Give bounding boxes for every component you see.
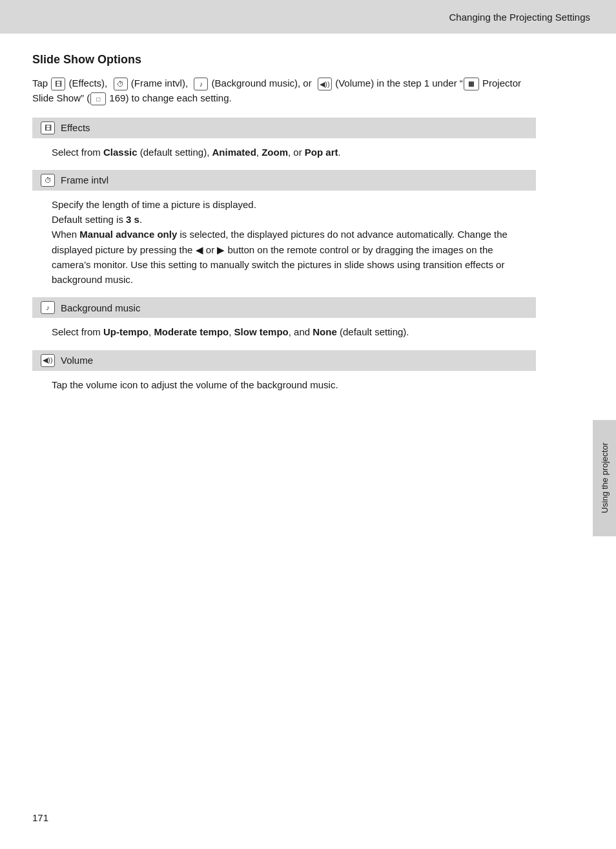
effects-row-header: 🎞 Effects bbox=[32, 118, 536, 138]
frame-intvl-row-body: Specify the length of time a picture is … bbox=[32, 191, 536, 297]
frame-intvl-row: ⏱ Frame intvl Specify the length of time… bbox=[32, 170, 536, 297]
frame-icon: ⏱ bbox=[114, 78, 128, 90]
effects-header-icon: 🎞 bbox=[41, 121, 55, 134]
side-tab: Using the projector bbox=[593, 420, 616, 536]
projector-book-icon: ▦ bbox=[464, 78, 479, 90]
section-heading: Slide Show Options bbox=[32, 53, 536, 67]
background-music-row-body: Select from Up-tempo, Moderate tempo, Sl… bbox=[32, 318, 536, 348]
frame-intvl-row-header: ⏱ Frame intvl bbox=[32, 170, 536, 191]
page-ref-icon: □ bbox=[90, 92, 106, 105]
side-tab-text: Using the projector bbox=[600, 443, 610, 513]
volume-row-body: Tap the volume icon to adjust the volume… bbox=[32, 371, 536, 401]
intro-paragraph: Tap 🎞 (Effects), ⏱ (Frame intvl), ♪ (Bac… bbox=[32, 76, 536, 106]
main-content: Slide Show Options Tap 🎞 (Effects), ⏱ (F… bbox=[0, 34, 568, 421]
effects-row: 🎞 Effects Select from Classic (default s… bbox=[32, 118, 536, 169]
page-number: 171 bbox=[32, 812, 48, 823]
music-header-icon: ♪ bbox=[41, 301, 55, 314]
background-music-row-header: ♪ Background music bbox=[32, 297, 536, 318]
effects-header-label: Effects bbox=[61, 122, 90, 133]
volume-header-label: Volume bbox=[61, 355, 93, 366]
volume-row: ◀)) Volume Tap the volume icon to adjust… bbox=[32, 350, 536, 401]
volume-icon: ◀)) bbox=[318, 78, 332, 90]
music-icon: ♪ bbox=[194, 78, 208, 90]
effects-icon: 🎞 bbox=[51, 78, 65, 90]
effects-row-body: Select from Classic (default setting), A… bbox=[32, 138, 536, 169]
frame-intvl-header-label: Frame intvl bbox=[61, 174, 108, 185]
frame-header-icon: ⏱ bbox=[41, 174, 55, 187]
volume-row-header: ◀)) Volume bbox=[32, 350, 536, 371]
page-header: Changing the Projecting Settings bbox=[0, 0, 616, 34]
header-title: Changing the Projecting Settings bbox=[449, 12, 590, 23]
background-music-header-label: Background music bbox=[61, 302, 140, 313]
background-music-row: ♪ Background music Select from Up-tempo,… bbox=[32, 297, 536, 348]
volume-header-icon: ◀)) bbox=[41, 354, 55, 367]
